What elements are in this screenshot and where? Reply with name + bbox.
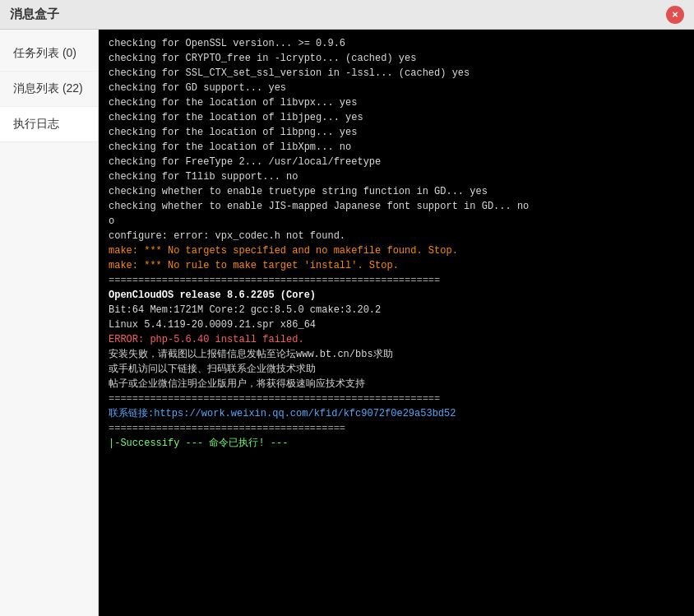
terminal-line: checking for the location of libpng... y… — [109, 125, 684, 140]
close-button[interactable]: × — [666, 6, 684, 24]
terminal-line: OpenCloudOS release 8.6.2205 (Core) — [109, 288, 684, 303]
terminal-line: checking for OpenSSL version... >= 0.9.6 — [109, 36, 684, 51]
terminal-line: configure: error: vpx_codec.h not found. — [109, 229, 684, 243]
sidebar-item-message-list[interactable]: 消息列表 (22) — [0, 72, 98, 107]
terminal-line: ERROR: php-5.6.40 install failed. — [109, 332, 684, 347]
terminal-line: |-Successify --- 命令已执行! --- — [109, 436, 684, 451]
sidebar-item-exec-log[interactable]: 执行日志 — [0, 107, 98, 142]
terminal-line: checking for T1lib support... no — [109, 169, 684, 184]
terminal-line: checking for CRYPTO_free in -lcrypto... … — [109, 51, 684, 66]
terminal-line: checking for the location of libXpm... n… — [109, 140, 684, 155]
terminal-line: ========================================… — [109, 273, 684, 288]
terminal-line: ======================================== — [109, 421, 684, 436]
terminal-output[interactable]: checking for OpenSSL version... >= 0.9.6… — [99, 30, 694, 616]
sidebar-item-task-list[interactable]: 任务列表 (0) — [0, 36, 98, 72]
terminal-line: checking for GD support... yes — [109, 81, 684, 95]
app-title: 消息盒子 — [10, 7, 59, 22]
terminal-line: checking for FreeType 2... /usr/local/fr… — [109, 155, 684, 169]
terminal-line: 帖子或企业微信注明企业版用户，将获得极速响应技术支持 — [109, 377, 684, 391]
main-container: 消息盒子 × 任务列表 (0) 消息列表 (22) 执行日志 checking … — [0, 0, 694, 616]
terminal-line: ========================================… — [109, 391, 684, 406]
terminal-line: Linux 5.4.119-20.0009.21.spr x86_64 — [109, 317, 684, 332]
top-bar: 消息盒子 × — [0, 0, 694, 30]
terminal-line: make: *** No rule to make target 'instal… — [109, 258, 684, 273]
terminal-line: Bit:64 Mem:1721M Core:2 gcc:8.5.0 cmake:… — [109, 303, 684, 317]
terminal-line: checking for SSL_CTX_set_ssl_version in … — [109, 66, 684, 81]
sidebar: 任务列表 (0) 消息列表 (22) 执行日志 — [0, 30, 99, 616]
terminal-line: 联系链接:https://work.weixin.qq.com/kfid/kfc… — [109, 406, 684, 421]
terminal-line: 或手机访问以下链接、扫码联系企业微技术求助 — [109, 362, 684, 377]
terminal-container: checking for OpenSSL version... >= 0.9.6… — [99, 30, 694, 616]
terminal-line: o — [109, 214, 684, 229]
terminal-line: checking for the location of libjpeg... … — [109, 110, 684, 125]
terminal-line: 安装失败，请截图以上报错信息发帖至论坛www.bt.cn/bbs求助 — [109, 347, 684, 362]
terminal-line: checking for the location of libvpx... y… — [109, 95, 684, 110]
terminal-line: checking whether to enable truetype stri… — [109, 184, 684, 199]
terminal-line: checking whether to enable JIS-mapped Ja… — [109, 199, 684, 214]
content-area: 任务列表 (0) 消息列表 (22) 执行日志 checking for Ope… — [0, 30, 694, 616]
terminal-line: make: *** No targets specified and no ma… — [109, 243, 684, 258]
